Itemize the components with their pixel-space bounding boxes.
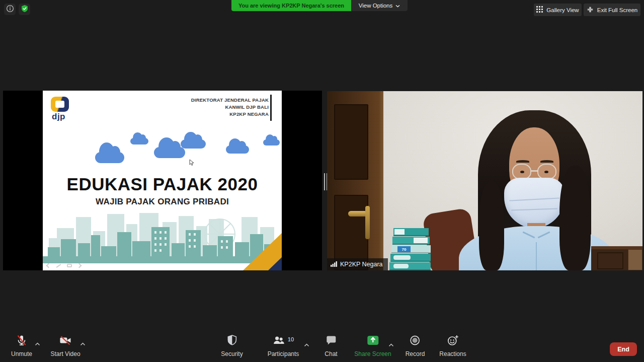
- cabinet-side-panel: [628, 249, 642, 270]
- participants-count: 10: [288, 336, 294, 342]
- end-meeting-button[interactable]: End: [610, 342, 637, 356]
- encryption-status-button[interactable]: [19, 4, 30, 15]
- cabinet-door: [597, 252, 623, 269]
- door-handle-plate: [365, 206, 370, 239]
- grid-icon: [536, 6, 543, 14]
- exit-full-screen-button[interactable]: Exit Full Screen: [584, 4, 640, 16]
- slide-header-line: DIREKTORAT JENDERAL PAJAK: [191, 97, 269, 104]
- reactions-smiley-icon: [447, 335, 459, 348]
- share-screen-button[interactable]: Share Screen: [354, 335, 391, 357]
- viewing-screen-banner: You are viewing KP2KP Negara's screen: [231, 0, 351, 11]
- chevron-down-icon: [395, 3, 400, 9]
- microphone-muted-icon: [16, 334, 28, 348]
- wooden-door: [327, 91, 383, 270]
- slide-header-divider: [270, 95, 272, 121]
- city-skyline-graphic: [43, 213, 282, 263]
- share-screen-icon: [367, 335, 379, 347]
- participants-label: Participants: [268, 350, 299, 357]
- shirt-placket: [536, 242, 537, 270]
- unmute-button[interactable]: Unmute: [11, 335, 32, 357]
- eyebrow: [540, 160, 553, 163]
- slide-title: EDUKASI PAJAK 2020: [43, 174, 282, 194]
- record-circle-icon: [410, 335, 421, 348]
- banner-text: You are viewing KP2KP Negara's screen: [238, 3, 344, 9]
- slide-overview-icon[interactable]: [67, 264, 72, 267]
- slide-subtitle: WAJIB PAJAK ORANG PRIBADI: [43, 197, 282, 207]
- cloud-shape: [95, 152, 124, 163]
- person-hair-strand: [479, 181, 504, 270]
- cloud-shape: [181, 139, 206, 149]
- security-button[interactable]: Security: [221, 335, 243, 357]
- gallery-view-label: Gallery View: [546, 7, 579, 13]
- security-shield-icon: [227, 335, 237, 348]
- gallery-view-button[interactable]: Gallery View: [534, 4, 582, 16]
- cloud-shape: [130, 138, 148, 144]
- participants-options-caret[interactable]: [304, 340, 309, 349]
- next-slide-icon[interactable]: [77, 263, 82, 268]
- share-options-caret[interactable]: [388, 340, 394, 349]
- djp-logo-text: djp: [52, 112, 65, 122]
- eye: [544, 171, 548, 173]
- eyebrow: [516, 160, 529, 163]
- video-options-caret[interactable]: [80, 339, 86, 348]
- presentation-slide: djp DIREKTORAT JENDERAL PAJAK KANWIL DJP…: [43, 91, 282, 270]
- glasses-bridge: [531, 170, 538, 172]
- start-video-label: Start Video: [50, 350, 80, 357]
- cloud-shape: [154, 147, 185, 158]
- security-label: Security: [221, 350, 243, 357]
- exit-full-screen-label: Exit Full Screen: [597, 7, 638, 13]
- chat-bubble-icon: [326, 335, 337, 347]
- audio-options-caret[interactable]: [35, 339, 40, 348]
- exit-full-screen-icon: [587, 6, 594, 14]
- paper-box-label: 70: [397, 246, 411, 252]
- unmute-label: Unmute: [11, 350, 32, 357]
- participant-video-panel: 70 KP2KP Negara: [327, 91, 642, 270]
- previous-slide-icon[interactable]: [46, 263, 51, 268]
- participant-name-label: KP2KP Negara: [327, 258, 388, 270]
- start-video-button[interactable]: Start Video: [50, 335, 80, 357]
- meeting-info-button[interactable]: [4, 4, 16, 15]
- share-screen-label: Share Screen: [354, 350, 391, 357]
- shield-check-icon: [21, 5, 29, 15]
- info-icon: [6, 5, 14, 15]
- shared-screen-panel: djp DIREKTORAT JENDERAL PAJAK KANWIL DJP…: [3, 91, 322, 270]
- slide-header-line: KANWIL DJP BALI: [191, 104, 269, 111]
- record-button[interactable]: Record: [406, 335, 425, 357]
- view-options-button[interactable]: View Options: [351, 0, 408, 11]
- paper-box-stack: 70: [388, 227, 432, 270]
- record-label: Record: [406, 350, 425, 357]
- cloud-shape: [226, 146, 249, 154]
- djp-logo: [51, 97, 69, 112]
- slide-header-block: DIREKTORAT JENDERAL PAJAK KANWIL DJP BAL…: [191, 97, 269, 118]
- chat-button[interactable]: Chat: [325, 335, 337, 357]
- participant-video: 70 KP2KP Negara: [327, 91, 642, 270]
- camera-muted-icon: [58, 334, 72, 348]
- slide-header-line: KP2KP NEGARA: [191, 111, 269, 118]
- participants-icon: [273, 335, 286, 347]
- reactions-label: Reactions: [439, 350, 466, 357]
- door-handle: [348, 211, 367, 216]
- signal-bars-icon: [331, 261, 337, 268]
- pen-tool-icon[interactable]: [56, 264, 61, 268]
- slide-presenter-controls[interactable]: [47, 264, 81, 267]
- cloud-shape: [263, 139, 280, 146]
- mouse-cursor-icon: [189, 159, 195, 168]
- person-hair-strand: [559, 166, 591, 270]
- reactions-button[interactable]: Reactions: [439, 335, 466, 357]
- eye: [520, 171, 524, 173]
- view-options-label: View Options: [359, 3, 393, 9]
- participant-name-text: KP2KP Negara: [340, 261, 383, 268]
- zoom-meeting-window: You are viewing KP2KP Negara's screen Vi…: [0, 0, 644, 362]
- participants-button[interactable]: 10 Participants: [268, 335, 299, 357]
- chat-label: Chat: [325, 350, 337, 357]
